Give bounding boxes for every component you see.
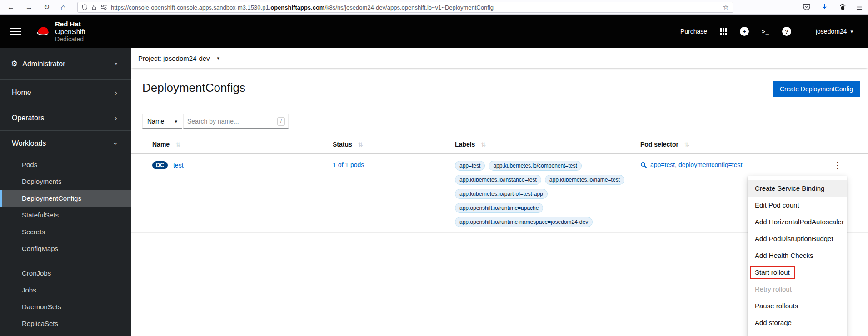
sidebar-item-home[interactable]: Home ›	[0, 80, 131, 105]
terminal-icon[interactable]: >_	[762, 28, 769, 35]
nav-toggle-icon[interactable]	[10, 26, 21, 37]
create-deploymentconfig-button[interactable]: Create DeploymentConfig	[773, 81, 860, 97]
chevron-down-icon: ▾	[850, 29, 853, 34]
label-chip[interactable]: app.kubernetes.io/name=test	[545, 175, 624, 185]
project-selector[interactable]: Project: josedom24-dev ▾	[131, 48, 868, 68]
dc-resource-badge: DC	[152, 161, 168, 169]
back-icon[interactable]: ←	[7, 4, 15, 11]
status-cell: 1 of 1 pods	[333, 161, 455, 227]
label-chip[interactable]: app.kubernetes.io/part-of=test-app	[455, 189, 548, 199]
label-chip[interactable]: app.openshift.io/runtime-namespace=josed…	[455, 217, 593, 227]
workloads-subnav: PodsDeploymentsDeploymentConfigsStateful…	[0, 156, 131, 257]
labels-cell: app=testapp.kubernetes.io/component=test…	[455, 161, 640, 227]
search-box: /	[183, 114, 289, 129]
menu-item[interactable]: Add PodDisruptionBudget	[748, 230, 847, 247]
label-chip[interactable]: app.openshift.io/runtime=apache	[455, 203, 543, 213]
kebab-menu-icon[interactable]: ⋮	[832, 161, 843, 170]
caret-down-icon: ▾	[217, 56, 220, 61]
brand-line1: Red Hat	[55, 20, 85, 28]
url-bar[interactable]: https://console-openshift-console.apps.s…	[77, 2, 733, 13]
column-header-pod-selector[interactable]: Pod selector ⇅	[640, 141, 832, 148]
sidebar-subitem[interactable]: Deployments	[0, 173, 131, 190]
forward-icon[interactable]: →	[25, 4, 33, 11]
sort-icon[interactable]: ⇅	[175, 141, 180, 148]
column-header-name[interactable]: Name ⇅	[131, 141, 333, 148]
perspective-label: Administrator	[22, 60, 65, 68]
sidebar-subitem[interactable]: Pods	[0, 156, 131, 173]
app-launcher-icon[interactable]	[720, 28, 727, 35]
menu-item[interactable]: Create Service Binding	[748, 180, 847, 197]
sidebar-item-workloads[interactable]: Workloads ›	[0, 131, 131, 156]
sidebar-item-operators[interactable]: Operators ›	[0, 105, 131, 131]
column-header-status[interactable]: Status ⇅	[333, 141, 455, 148]
chevron-down-icon: ›	[111, 142, 120, 145]
shield-icon[interactable]	[82, 4, 88, 10]
sidebar-subitem[interactable]: Jobs	[0, 282, 131, 298]
cogs-icon: ⚙	[11, 59, 18, 69]
filter-type-dropdown[interactable]: Name ▾	[142, 114, 182, 129]
page-title: DeploymentConfigs	[142, 81, 245, 95]
sidebar-subitem[interactable]: ReplicaSets	[0, 315, 131, 332]
url-text: https://console-openshift-console.apps.s…	[111, 4, 719, 11]
browser-menu-icon[interactable]: ☰	[857, 3, 863, 11]
chevron-right-icon: ›	[115, 114, 117, 122]
label-chip[interactable]: app=test	[455, 161, 485, 171]
menu-item[interactable]: Add storage	[748, 314, 847, 331]
menu-item[interactable]: Retry rollout	[748, 281, 847, 297]
caret-down-icon: ▾	[175, 119, 177, 124]
sort-icon[interactable]: ⇅	[481, 141, 486, 148]
menu-item[interactable]: Edit resource limits	[748, 331, 847, 336]
brand-logo: Red Hat OpenShift Dedicated	[34, 20, 85, 43]
sidebar-subitem[interactable]: DeploymentConfigs	[0, 190, 131, 207]
purchase-link[interactable]: Purchase	[680, 28, 707, 35]
label-chip[interactable]: app.kubernetes.io/instance=test	[455, 175, 541, 185]
username: josedom24	[816, 28, 847, 35]
menu-item[interactable]: Add HorizontalPodAutoscaler	[748, 213, 847, 230]
sidebar-subitem[interactable]: ConfigMaps	[0, 240, 131, 257]
row-actions-menu: Create Service Binding Edit Pod count Ad…	[748, 176, 847, 336]
sidebar-subitem[interactable]: DaemonSets	[0, 298, 131, 315]
permissions-icon[interactable]	[100, 5, 107, 10]
workloads-subnav-2: CronJobsJobsDaemonSetsReplicaSets	[0, 265, 131, 332]
sort-icon[interactable]: ⇅	[684, 141, 689, 148]
caret-down-icon: ▾	[115, 61, 117, 66]
table-header-row: Name ⇅ Status ⇅ Labels ⇅ Pod selector ⇅	[131, 141, 868, 154]
search-input[interactable]	[184, 118, 277, 125]
redhat-fedora-icon	[34, 25, 51, 37]
bookmark-star-icon[interactable]: ☆	[723, 3, 729, 11]
subnav-divider	[22, 261, 120, 261]
sort-icon[interactable]: ⇅	[358, 141, 363, 148]
sidebar-subitem[interactable]: Secrets	[0, 223, 131, 240]
menu-item[interactable]: Pause rollouts	[748, 297, 847, 314]
menu-item[interactable]: Start rollout	[748, 264, 847, 281]
perspective-switcher[interactable]: ⚙ Administrator ▾	[0, 48, 131, 80]
home-icon[interactable]: ⌂	[60, 3, 65, 11]
name-cell: DC test	[131, 161, 333, 227]
column-header-labels[interactable]: Labels ⇅	[455, 141, 640, 148]
gnome-extension-icon[interactable]	[839, 4, 846, 10]
browser-chrome: ← → ↻ ⌂ https://console-openshift-consol…	[0, 0, 868, 15]
resource-name-link[interactable]: test	[173, 162, 184, 169]
pocket-icon[interactable]	[803, 4, 810, 10]
label-chip[interactable]: app.kubernetes.io/component=test	[489, 161, 581, 171]
project-selector-label: Project: josedom24-dev	[138, 54, 210, 62]
import-yaml-plus-icon[interactable]: +	[740, 27, 749, 36]
sidebar-subitem[interactable]: StatefulSets	[0, 207, 131, 223]
filter-toolbar: Name ▾ /	[142, 114, 289, 129]
reload-icon[interactable]: ↻	[44, 4, 50, 11]
search-shortcut-badge: /	[277, 117, 285, 126]
pod-selector-link[interactable]: app=test, deploymentconfig=test	[650, 161, 742, 168]
lock-icon[interactable]	[91, 4, 97, 10]
sidebar-subitem[interactable]: CronJobs	[0, 265, 131, 282]
help-icon[interactable]: ?	[782, 27, 791, 36]
chevron-right-icon: ›	[115, 88, 117, 97]
pods-status-link[interactable]: 1 of 1 pods	[333, 161, 364, 168]
masthead: Red Hat OpenShift Dedicated Purchase + >…	[0, 15, 868, 48]
brand-line3: Dedicated	[55, 35, 85, 43]
menu-item[interactable]: Edit Pod count	[748, 197, 847, 213]
user-menu[interactable]: josedom24 ▾	[816, 28, 853, 35]
menu-item[interactable]: Add Health Checks	[748, 247, 847, 264]
brand-line2: OpenShift	[55, 28, 85, 35]
download-icon[interactable]	[821, 4, 828, 11]
sidebar: ⚙ Administrator ▾ Home › Operators › Wor…	[0, 48, 131, 336]
